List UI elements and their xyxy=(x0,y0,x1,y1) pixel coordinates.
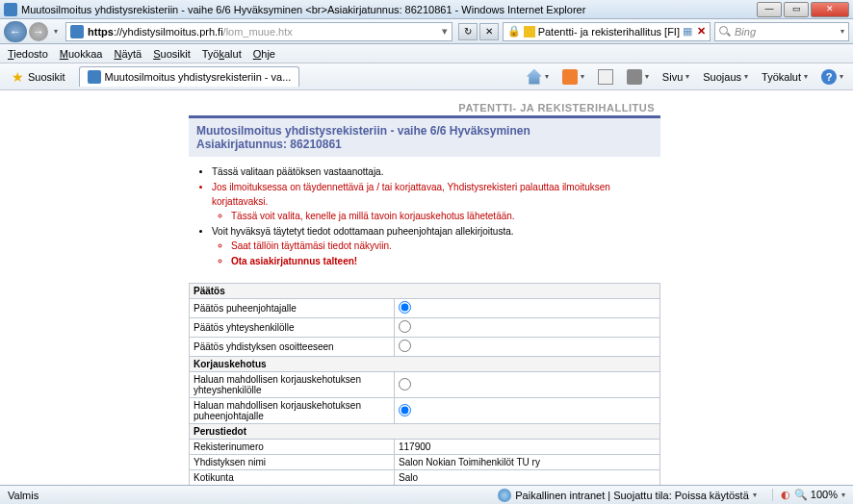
info-item: Tässä valitaan päätöksen vastaanottaja. xyxy=(212,164,657,179)
close-button[interactable]: ✕ xyxy=(811,2,849,17)
section-header-paatos: Päätös xyxy=(190,284,660,299)
label-koti: Kotikunta xyxy=(190,470,395,486)
zone-icon xyxy=(498,489,511,502)
protected-mode-icon: ◐ xyxy=(781,489,790,501)
radio-korj-yht[interactable] xyxy=(399,378,411,391)
section-header-perus: Perustiedot xyxy=(190,424,660,440)
stop-button[interactable]: ✕ xyxy=(479,23,499,40)
history-dropdown[interactable]: ▾ xyxy=(54,27,58,36)
url-text: https://yhdistysilmoitus.prh.fi/lom_muue… xyxy=(88,26,438,38)
zone-dropdown[interactable]: ▾ xyxy=(753,491,757,499)
tab-favicon xyxy=(88,70,101,84)
home-button[interactable]: ▾ xyxy=(523,67,553,87)
window-title: Muutosilmoitus yhdistysrekisteriin - vai… xyxy=(21,4,757,15)
zoom-level[interactable]: 🔍 100% xyxy=(794,489,838,501)
value-koti: Salo xyxy=(395,470,660,486)
label-paatos-yht: Päätös yhteyshenkilölle xyxy=(190,318,395,338)
compat-close-icon[interactable]: ✕ xyxy=(697,25,706,38)
zone-text: Paikallinen intranet | Suojattu tila: Po… xyxy=(515,490,749,501)
zoom-dropdown[interactable]: ▾ xyxy=(841,491,845,499)
print-button[interactable]: ▾ xyxy=(623,67,653,87)
rss-icon xyxy=(562,69,578,85)
identity-box[interactable]: 🔒 Patentti- ja rekisterihallitus [FI] ▦ … xyxy=(503,22,711,41)
identity-text: Patentti- ja rekisterihallitus [FI] xyxy=(538,26,680,38)
flag-icon xyxy=(524,26,535,38)
label-korj-pj: Haluan mahdollisen korjauskehotuksen puh… xyxy=(190,398,395,424)
brand-heading: PATENTTI- JA REKISTERIHALLITUS xyxy=(189,98,660,115)
status-bar: Valmis Paikallinen intranet | Suojattu t… xyxy=(0,485,853,504)
page-subtitle: Asiakirjatunnus: 86210861 xyxy=(196,138,653,151)
menu-file[interactable]: Tiedosto xyxy=(8,48,48,60)
address-bar[interactable]: https://yhdistysilmoitus.prh.fi/lom_muue… xyxy=(65,22,452,41)
navigation-bar: ← → ▾ https://yhdistysilmoitus.prh.fi/lo… xyxy=(0,19,853,44)
label-reknum: Rekisterinumero xyxy=(190,440,395,455)
menu-help[interactable]: Ohje xyxy=(253,48,275,60)
forward-button[interactable]: → xyxy=(29,22,48,41)
radio-paatos-pj[interactable] xyxy=(399,301,411,314)
command-bar: ★ Suosikit Muutosilmoitus yhdistysrekist… xyxy=(0,63,853,90)
status-text: Valmis xyxy=(8,490,39,501)
menu-view[interactable]: Näytä xyxy=(114,48,142,60)
address-dropdown[interactable]: ▾ xyxy=(442,25,448,38)
back-button[interactable]: ← xyxy=(4,21,27,42)
form-table: Päätös Päätös puheenjohtajalle Päätös yh… xyxy=(189,283,660,485)
mail-icon xyxy=(598,69,613,85)
home-icon xyxy=(527,69,542,85)
safety-menu[interactable]: Suojaus ▾ xyxy=(699,69,752,85)
search-icon xyxy=(719,26,731,38)
radio-korj-pj[interactable] xyxy=(399,404,411,416)
content-area[interactable]: PATENTTI- JA REKISTERIHALLITUS Muutosilm… xyxy=(0,90,853,485)
refresh-button[interactable]: ↻ xyxy=(458,23,478,40)
print-icon xyxy=(627,69,642,85)
menu-tools[interactable]: Työkalut xyxy=(202,48,242,60)
help-button[interactable]: ?▾ xyxy=(817,67,847,87)
menu-edit[interactable]: Muokkaa xyxy=(60,48,103,60)
lock-icon: 🔒 xyxy=(507,25,521,38)
section-header-korjaus: Korjauskehotus xyxy=(190,357,660,372)
site-icon xyxy=(70,25,84,38)
page-menu[interactable]: Sivu ▾ xyxy=(659,69,693,85)
radio-paatos-yht[interactable] xyxy=(399,320,411,333)
label-korj-yht: Haluan mahdollisen korjauskehotuksen yht… xyxy=(190,372,395,398)
value-nimi: Salon Nokian Toimihenkilöt TU ry xyxy=(395,455,660,470)
value-reknum: 117900 xyxy=(395,440,660,455)
menu-favorites[interactable]: Suosikit xyxy=(153,48,191,60)
help-icon: ? xyxy=(821,69,837,85)
window-titlebar: Muutosilmoitus yhdistysrekisteriin - vai… xyxy=(0,0,853,19)
label-paatos-osoite: Päätös yhdistyksen osoitteeseen xyxy=(190,338,395,357)
search-placeholder: Bing xyxy=(735,26,840,38)
search-dropdown[interactable]: ▾ xyxy=(840,27,844,36)
label-paatos-pj: Päätös puheenjohtajalle xyxy=(190,299,395,318)
read-mail-button[interactable] xyxy=(594,67,617,87)
info-item: Voit hyväksyä täytetyt tiedot odottamaan… xyxy=(212,224,657,268)
menu-bar: Tiedosto Muokkaa Näytä Suosikit Työkalut… xyxy=(0,44,853,63)
page-header: Muutosilmoitus yhdistysrekisteriin - vai… xyxy=(189,115,660,157)
minimize-button[interactable]: — xyxy=(757,2,782,17)
info-list: Tässä valitaan päätöksen vastaanottaja. … xyxy=(189,157,660,277)
radio-paatos-osoite[interactable] xyxy=(399,340,411,352)
compat-view-icon[interactable]: ▦ xyxy=(683,25,692,38)
tab-title: Muutosilmoitus yhdistysrekisteriin - va.… xyxy=(105,71,292,83)
feeds-button[interactable]: ▾ xyxy=(558,67,588,87)
label-nimi: Yhdistyksen nimi xyxy=(190,455,395,470)
maximize-button[interactable]: ▭ xyxy=(784,2,809,17)
app-icon xyxy=(4,3,17,16)
tools-menu[interactable]: Työkalut ▾ xyxy=(758,69,812,85)
browser-tab[interactable]: Muutosilmoitus yhdistysrekisteriin - va.… xyxy=(79,66,300,87)
favorites-button[interactable]: ★ Suosikit xyxy=(6,67,71,87)
page-title: Muutosilmoitus yhdistysrekisteriin - vai… xyxy=(196,124,653,138)
star-icon: ★ xyxy=(12,69,24,85)
info-item-warning: Jos ilmoituksessa on täydennettävä ja / … xyxy=(212,180,657,223)
search-box[interactable]: Bing ▾ xyxy=(714,22,849,41)
